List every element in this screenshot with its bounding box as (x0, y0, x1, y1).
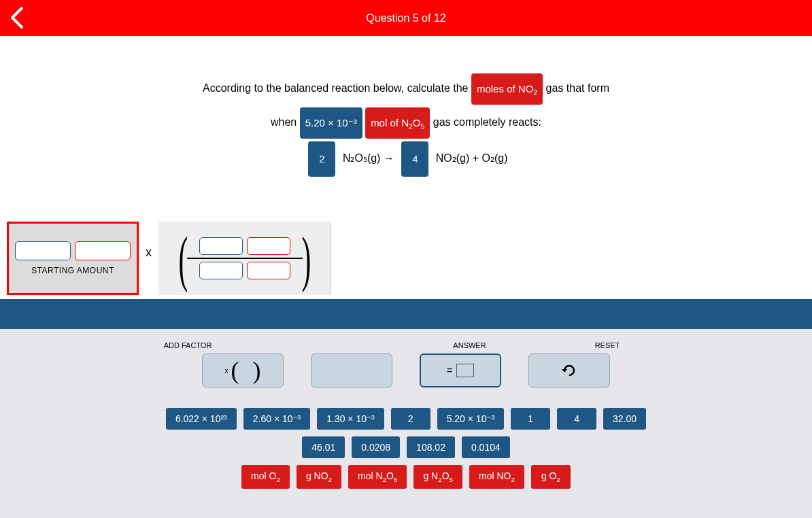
number-tile[interactable]: 1.30 × 10⁻³ (317, 408, 384, 430)
number-tile[interactable]: 0.0208 (352, 436, 400, 458)
number-tile[interactable]: 0.0104 (462, 436, 510, 458)
number-tile[interactable]: 46.01 (302, 436, 345, 458)
add-factor-button[interactable]: x ( ) (202, 353, 284, 387)
prompt-text-3: when (271, 117, 297, 128)
starting-amount-label: STARTING AMOUNT (31, 266, 114, 275)
undo-icon (560, 361, 579, 380)
blank-button[interactable] (311, 353, 392, 387)
unit-tile[interactable]: mol O2 (241, 465, 290, 489)
amount-chip: 5.20 × 10⁻³ (300, 107, 362, 139)
number-tile[interactable]: 32.00 (603, 408, 646, 430)
substance-chip: mol of N2O5 (365, 107, 430, 139)
unit-tile[interactable]: g NO2 (297, 465, 341, 489)
unit-tile[interactable]: mol N2O5 (348, 465, 407, 489)
equation-part-2: NO₂(g) + O₂(g) (436, 153, 508, 165)
chevron-left-icon (8, 5, 27, 30)
number-tile[interactable]: 6.022 × 10²³ (166, 408, 237, 430)
equals-icon: = (447, 365, 452, 376)
unit-tile[interactable]: mol NO2 (469, 465, 524, 489)
denominator-value-slot[interactable] (199, 262, 243, 279)
number-tile[interactable]: 5.20 × 10⁻³ (437, 408, 504, 430)
numerator-unit-slot[interactable] (247, 237, 290, 255)
separator-bar (0, 299, 812, 329)
numerator-value-slot[interactable] (199, 237, 243, 255)
coefficient-1: 2 (308, 141, 335, 177)
unit-tile[interactable]: g O2 (531, 465, 571, 489)
question-counter: Question 5 of 12 (0, 12, 812, 24)
denominator-unit-slot[interactable] (247, 262, 290, 279)
multiply-symbol: x (146, 245, 152, 260)
coefficient-2: 4 (401, 141, 428, 177)
unit-tiles: mol O2g NO2mol N2O5g N2O5mol NO2g O2 (161, 465, 651, 489)
right-paren-icon: ) (301, 234, 311, 284)
fraction (187, 235, 303, 282)
controls-panel: ADD FACTOR ANSWER RESET x ( ) = 6.022 × … (0, 329, 812, 518)
prompt-text-1: According to the balanced reaction below… (203, 82, 468, 94)
reset-label: RESET (595, 341, 620, 349)
prompt-text-2: gas that form (546, 82, 609, 94)
number-tile[interactable]: 1 (511, 408, 550, 430)
header: Question 5 of 12 (0, 0, 812, 36)
unit-tile[interactable]: g N2O5 (413, 465, 462, 489)
number-tile[interactable]: 108.02 (407, 436, 455, 458)
target-chip: moles of NO2 (471, 73, 543, 105)
answer-button[interactable]: = (420, 353, 501, 387)
question-text: According to the balanced reaction below… (0, 73, 812, 177)
reset-button[interactable] (528, 353, 610, 387)
prompt-text-4: gas completely reacts: (433, 117, 541, 128)
conversion-factor[interactable]: ( ) (158, 222, 331, 295)
starting-unit-slot[interactable] (75, 241, 131, 260)
starting-value-slot[interactable] (15, 241, 71, 260)
x-icon: x (225, 367, 229, 375)
equation: 2 N₂O₅(g) → 4 NO₂(g) + O₂(g) (0, 141, 812, 177)
equation-part-1: N₂O₅(g) → (343, 153, 394, 165)
number-tile[interactable]: 2.60 × 10⁻³ (243, 408, 310, 430)
left-paren-icon: ( (178, 234, 188, 284)
add-factor-label: ADD FACTOR (164, 341, 212, 349)
number-tile[interactable]: 4 (557, 408, 596, 430)
lparen-icon: ( (231, 356, 239, 385)
answer-box-icon (456, 364, 474, 377)
answer-label: ANSWER (453, 341, 486, 349)
rparen-icon: ) (253, 356, 261, 385)
number-tiles: 6.022 × 10²³2.60 × 10⁻³1.30 × 10⁻³25.20 … (161, 408, 651, 458)
number-tile[interactable]: 2 (391, 408, 430, 430)
svg-marker-0 (562, 369, 567, 373)
work-area: STARTING AMOUNT x ( ) (0, 218, 812, 299)
back-button[interactable] (8, 5, 27, 33)
starting-amount-box[interactable]: STARTING AMOUNT (7, 222, 139, 295)
